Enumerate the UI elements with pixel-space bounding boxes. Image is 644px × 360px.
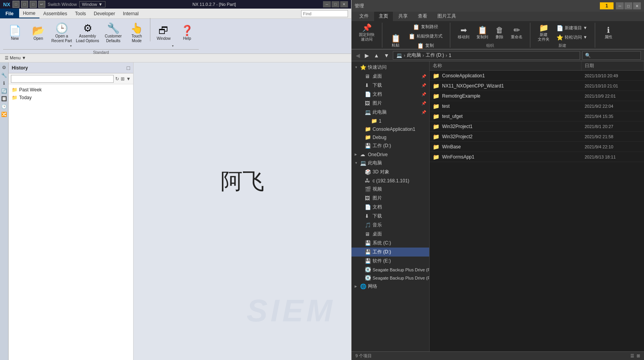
view-list-icon[interactable]: ☰	[630, 353, 634, 358]
tree-item-1[interactable]: 📁 1	[351, 117, 429, 125]
tree-item-debug[interactable]: 📁 Debug	[351, 133, 429, 141]
history-search-refresh-icon[interactable]: ↻	[115, 76, 119, 82]
sidebar-icon-box[interactable]: 🔲	[1, 95, 8, 102]
exp-close-button[interactable]: ✕	[633, 2, 641, 9]
tree-item-downloads[interactable]: ⬇ 下载 📌	[351, 81, 429, 90]
toolbar-help-button[interactable]: ❓ Help	[175, 18, 199, 48]
paste-shortcut-button[interactable]: 📋 粘贴快捷方式	[406, 32, 445, 41]
window-dropdown[interactable]: Window ▼	[79, 1, 105, 7]
tree-item-seagate2[interactable]: 💽 Seagate Backup Plus Drive (F:)	[351, 274, 429, 282]
paste-button[interactable]: 📋 粘贴	[387, 31, 404, 51]
tree-item-seagate1[interactable]: 💽 Seagate Backup Plus Drive (F:)	[351, 266, 429, 274]
properties-button[interactable]: ℹ 属性	[600, 23, 617, 43]
toolbar-recent-button[interactable]: 🕒 Open a Recent Part ▼	[50, 18, 73, 48]
file-row[interactable]: 📁 RemotingExample 2021/10/9 22:01	[430, 91, 644, 101]
tree-item-quickaccess[interactable]: ▼ ⭐ 快速访问	[351, 63, 429, 72]
exp-tab-picture-tools[interactable]: 图片工具	[433, 12, 461, 21]
tree-item-desktop2[interactable]: 🖥 桌面	[351, 230, 429, 239]
submenu-menu-button[interactable]: ☰ Menu ▼	[3, 55, 28, 61]
tb-icon-2[interactable]: □	[21, 1, 28, 8]
exp-tab-home[interactable]: 主页	[374, 12, 393, 21]
tb-icon-4[interactable]: ↩	[38, 1, 45, 8]
history-search-dropdown-icon[interactable]: ▼	[126, 76, 131, 82]
history-search-input[interactable]	[11, 75, 114, 83]
menu-home[interactable]: Home	[19, 9, 39, 18]
copy-button[interactable]: 📋 复制	[406, 41, 445, 50]
toolbar-assembly-load-button[interactable]: ⚙ Assembly Load Options	[73, 18, 102, 48]
history-search-grid-icon[interactable]: ⊞	[121, 76, 125, 82]
history-group-past-week[interactable]: 📁 Past Week	[9, 86, 133, 94]
exp-tab-active[interactable]: 1	[600, 2, 614, 9]
tree-item-network[interactable]: ▶ 🌐 网络	[351, 282, 429, 291]
rename-button[interactable]: ✏ 重命名	[508, 23, 525, 43]
sidebar-icon-tool[interactable]: 🔧	[1, 72, 8, 79]
menu-tools[interactable]: Tools	[71, 9, 90, 18]
sidebar-icon-history[interactable]: 🕒	[1, 103, 8, 110]
exp-tab-view[interactable]: 查看	[413, 12, 432, 21]
exp-tab-share[interactable]: 共享	[394, 12, 412, 21]
file-row[interactable]: 📁 Win32Project2 2021/9/2 21:58	[430, 132, 644, 142]
menu-file[interactable]: File	[0, 9, 19, 18]
exp-minimize-button[interactable]: ─	[616, 2, 624, 9]
pin-to-quickaccess-button[interactable]: 📌 固定到快速访问	[356, 23, 377, 43]
tree-item-onedrive[interactable]: ▶ ☁ OneDrive	[351, 150, 429, 159]
toolbar-customer-defaults-button[interactable]: 🔧 Customer Defaults	[102, 18, 125, 48]
tree-item-thispc[interactable]: ▼ 💻 此电脑	[351, 159, 429, 168]
file-row[interactable]: 📁 Win32Project1 2021/8/1 20:27	[430, 121, 644, 132]
find-input[interactable]	[301, 10, 348, 17]
minimize-button[interactable]: ─	[323, 1, 331, 7]
exp-maximize-button[interactable]: □	[624, 2, 632, 9]
toolbar-touch-mode-button[interactable]: 👆 Touch Mode	[125, 18, 148, 48]
nav-up-button[interactable]: ▲	[373, 52, 380, 59]
move-to-button[interactable]: ➡ 移动到	[455, 23, 472, 43]
menu-internal[interactable]: Internal	[119, 9, 143, 18]
nav-recent-button[interactable]: ▼	[383, 52, 391, 59]
tree-item-network-drive[interactable]: 🖧 c (192.168.1.101)	[351, 176, 429, 185]
tree-item-3d[interactable]: 🎲 3D 对象	[351, 168, 429, 176]
tb-icon-1[interactable]: □	[12, 1, 20, 8]
sidebar-icon-gear[interactable]: ⚙	[1, 64, 8, 71]
toolbar-new-button[interactable]: 📄 New	[3, 18, 27, 48]
maximize-button[interactable]: □	[332, 1, 339, 7]
copy-to-button[interactable]: 📋 复制到	[474, 23, 491, 43]
sidebar-icon-refresh[interactable]: 🔄	[1, 87, 8, 94]
nav-forward-button[interactable]: ▶	[364, 52, 370, 59]
easy-access-button[interactable]: ⭐ 轻松访问 ▼	[554, 33, 590, 42]
view-grid-icon[interactable]: ⊞	[637, 353, 640, 358]
file-row[interactable]: 📁 ConsoleApplication1 2021/10/10 20:49	[430, 71, 644, 81]
exp-address-path[interactable]: 💻 › 此电脑 › 工作 (D:) › 1	[393, 51, 580, 60]
file-row[interactable]: 📁 test 2021/9/2 22:04	[430, 101, 644, 111]
new-item-button[interactable]: 📄 新建项目 ▼	[554, 24, 590, 32]
tree-item-desktop[interactable]: 🖥 桌面 📌	[351, 72, 429, 81]
tree-item-pictures2[interactable]: 🖼 图片	[351, 194, 429, 203]
tree-item-pictures[interactable]: 🖼 图片 📌	[351, 99, 429, 108]
exp-tab-file[interactable]: 文件	[355, 12, 373, 21]
tree-item-downloads2[interactable]: ⬇ 下载	[351, 212, 429, 221]
tree-item-workd-selected[interactable]: 💾 工作 (D:)	[351, 248, 429, 257]
tree-item-sysc[interactable]: 💾 系统 (C:)	[351, 239, 429, 248]
sidebar-icon-switch[interactable]: 🔀	[1, 111, 8, 118]
tree-item-consoleapp[interactable]: 📁 ConsoleApplication1	[351, 125, 429, 133]
sidebar-icon-info[interactable]: ℹ	[1, 80, 8, 87]
toolbar-window-button[interactable]: 🗗 Window ▼	[152, 18, 175, 48]
toolbar-open-button[interactable]: 📂 Open	[27, 18, 50, 48]
menu-developer[interactable]: Developer	[90, 9, 119, 18]
tree-item-videos[interactable]: 🎬 视频	[351, 185, 429, 194]
menu-assemblies[interactable]: Assemblies	[39, 9, 71, 18]
tree-item-documents2[interactable]: 📄 文档	[351, 203, 429, 212]
tree-item-software-e[interactable]: 💾 软件 (E:)	[351, 257, 429, 266]
file-row[interactable]: 📁 WinBase 2021/9/4 22:10	[430, 142, 644, 152]
history-group-today[interactable]: 📁 Today	[9, 94, 133, 102]
tb-icon-3[interactable]: □	[30, 1, 37, 8]
file-row[interactable]: 📁 test_ufget 2021/9/4 15:35	[430, 111, 644, 121]
tree-item-music[interactable]: 🎵 音乐	[351, 221, 429, 230]
delete-button[interactable]: 🗑 删除	[492, 23, 507, 43]
nav-back-button[interactable]: ◀	[355, 52, 361, 59]
history-close-button[interactable]: □	[127, 65, 130, 71]
tree-item-work-d[interactable]: 💾 工作 (D:)	[351, 141, 429, 150]
col-header-date[interactable]: 日期	[582, 61, 644, 70]
exp-search-input[interactable]	[592, 53, 644, 58]
file-row[interactable]: 📁 NX11_NXOpenCPP_Wizard1 2021/10/10 21:0…	[430, 81, 644, 91]
col-header-name[interactable]: 名称	[430, 61, 582, 70]
file-row[interactable]: 📁 WinFormsApp1 2021/8/13 18:11	[430, 152, 644, 162]
